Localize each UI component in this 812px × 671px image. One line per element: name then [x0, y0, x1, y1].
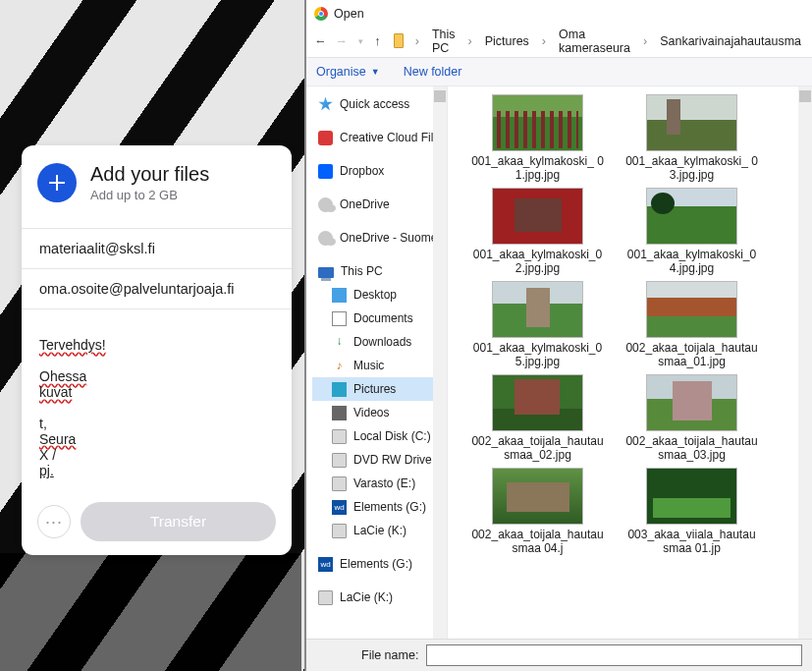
more-options-button[interactable]: ··· [37, 505, 71, 538]
onedrive-icon [318, 231, 333, 246]
file-thumbnail [646, 188, 737, 245]
file-name: 003_akaa_viiala_hautausmaa 01.jp [625, 528, 758, 555]
file-name: 001_akaa_kylmakoski_ 03.jpg.jpg [625, 154, 758, 182]
nav-forward-button[interactable]: → [336, 34, 349, 48]
nav-pictures[interactable]: Pictures [312, 377, 447, 401]
nav-creative-cloud[interactable]: Creative Cloud Fil [312, 126, 447, 149]
nav-lacie-k[interactable]: LaCie (K:) [312, 519, 447, 542]
file-name: 001_akaa_kylmakoski_02.jpg.jpg [471, 248, 604, 275]
pc-icon [318, 267, 334, 278]
nav-music[interactable]: ♪Music [312, 354, 447, 377]
nav-desktop[interactable]: Desktop [312, 283, 447, 307]
file-item[interactable]: 001_akaa_kylmakoski_ 01.jpg.jpg [471, 94, 604, 182]
nav-dvd[interactable]: DVD RW Drive (D [312, 448, 447, 472]
nav-downloads[interactable]: ↓Downloads [312, 330, 447, 354]
downloads-icon: ↓ [332, 335, 347, 350]
documents-icon [332, 311, 347, 326]
onedrive-icon [318, 197, 333, 212]
nav-scrollbar[interactable] [433, 86, 447, 639]
file-item[interactable]: 003_akaa_viiala_hautausmaa 01.jp [625, 468, 758, 555]
files-scrollbar[interactable] [798, 86, 812, 639]
nav-lacie-k-root[interactable]: LaCie (K:) [312, 586, 447, 609]
nav-varasto-e[interactable]: Varasto (E:) [312, 472, 447, 495]
disk-icon [332, 429, 347, 444]
file-thumbnail [646, 281, 737, 338]
file-name: 001_akaa_kylmakoski_04.jpg.jpg [625, 248, 758, 275]
message-field[interactable]: Tervehdys! Ohessa kuvat t, Seura X / pj. [22, 308, 292, 490]
file-item[interactable]: 001_akaa_kylmakoski_05.jpg.jpg [471, 281, 604, 368]
file-thumbnail [492, 281, 583, 338]
file-grid: 001_akaa_kylmakoski_ 01.jpg.jpg001_akaa_… [448, 86, 796, 639]
file-name: 002_akaa_toijala_hautausmaa_03.jpg [625, 434, 758, 462]
crumb-pictures[interactable]: Pictures [482, 32, 532, 50]
file-thumbnail [646, 468, 737, 525]
dropbox-icon [318, 164, 333, 179]
disk-icon [332, 476, 347, 491]
file-item[interactable]: 002_akaa_toijala_hautausmaa 04.j [471, 468, 604, 555]
disk-icon [318, 590, 333, 605]
file-thumbnail [646, 94, 737, 151]
file-thumbnail [492, 468, 583, 525]
filename-input[interactable] [426, 644, 802, 666]
file-item[interactable]: 001_akaa_kylmakoski_04.jpg.jpg [625, 188, 758, 275]
upload-card: Add your files Add up to 2 GB materiaali… [22, 145, 292, 555]
dvd-icon [332, 453, 347, 468]
usb-icon: wd [332, 500, 347, 515]
videos-icon [332, 406, 347, 420]
filename-label: File name: [361, 648, 418, 662]
file-name: 002_akaa_toijala_hautausmaa 04.j [471, 528, 604, 555]
file-name: 001_akaa_kylmakoski_05.jpg.jpg [471, 341, 604, 368]
crumb-oma-kameraseura[interactable]: Oma kameraseura [556, 26, 633, 57]
nav-dropbox[interactable]: Dropbox [312, 159, 447, 183]
file-item[interactable]: 002_akaa_toijala_hautausmaa_02.jpg [471, 374, 604, 462]
file-thumbnail [492, 374, 583, 431]
plus-icon [49, 175, 65, 191]
file-open-dialog: Open ← → ▾ ↑ › This PC › Pictures › Oma … [304, 0, 812, 671]
nav-videos[interactable]: Videos [312, 401, 447, 424]
dialog-title: Open [334, 7, 364, 21]
music-icon: ♪ [332, 359, 347, 373]
nav-elements-g[interactable]: wdElements (G:) [312, 495, 447, 519]
nav-onedrive[interactable]: OneDrive [312, 193, 447, 216]
nav-up-button[interactable]: ↑ [373, 34, 381, 48]
crumb-this-pc[interactable]: This PC [429, 26, 459, 57]
file-name: 002_akaa_toijala_hautausmaa_02.jpg [471, 434, 604, 462]
file-item[interactable]: 002_akaa_toijala_hautausmaa_03.jpg [625, 374, 758, 462]
nav-this-pc[interactable]: This PC [312, 259, 447, 283]
usb-icon: wd [318, 557, 333, 572]
nav-documents[interactable]: Documents [312, 307, 447, 330]
crumb-current-folder[interactable]: Sankarivainajahautausma [657, 32, 804, 50]
nav-elements-g-root[interactable]: wdElements (G:) [312, 552, 447, 576]
upload-title: Add your files [90, 163, 209, 186]
navigation-pane: Quick access Creative Cloud Fil Dropbox … [306, 86, 448, 639]
file-item[interactable]: 001_akaa_kylmakoski_02.jpg.jpg [471, 188, 604, 275]
file-name: 002_akaa_toijala_hautausmaa_01.jpg [625, 341, 758, 368]
pictures-icon [332, 382, 347, 397]
folder-icon [394, 33, 403, 48]
add-files-button[interactable] [37, 163, 77, 202]
file-item[interactable]: 001_akaa_kylmakoski_ 03.jpg.jpg [625, 94, 758, 182]
sender-field[interactable]: oma.osoite@palveluntarjoaja.fi [22, 268, 292, 308]
caret-down-icon: ▼ [371, 67, 380, 77]
nav-onedrive-suome[interactable]: OneDrive - Suome [312, 226, 447, 250]
nav-history-button[interactable]: ▾ [356, 36, 364, 46]
file-name: 001_akaa_kylmakoski_ 01.jpg.jpg [471, 154, 604, 182]
upload-subtitle: Add up to 2 GB [90, 188, 209, 202]
recipient-field[interactable]: materiaalit@sksl.fi [22, 228, 292, 268]
file-thumbnail [646, 374, 737, 431]
organise-menu[interactable]: Organise▼ [316, 65, 380, 79]
desktop-icon [332, 288, 347, 303]
file-thumbnail [492, 188, 583, 245]
nav-back-button[interactable]: ← [314, 34, 327, 48]
new-folder-button[interactable]: New folder [404, 65, 462, 79]
nav-quick-access[interactable]: Quick access [312, 92, 447, 116]
nav-local-disk-c[interactable]: Local Disk (C:) [312, 424, 447, 448]
disk-icon [332, 524, 347, 538]
file-thumbnail [492, 94, 583, 151]
file-item[interactable]: 002_akaa_toijala_hautausmaa_01.jpg [625, 281, 758, 368]
chrome-icon [314, 7, 328, 21]
creative-cloud-icon [318, 131, 333, 145]
transfer-button[interactable]: Transfer [81, 502, 276, 541]
star-icon [318, 97, 333, 112]
